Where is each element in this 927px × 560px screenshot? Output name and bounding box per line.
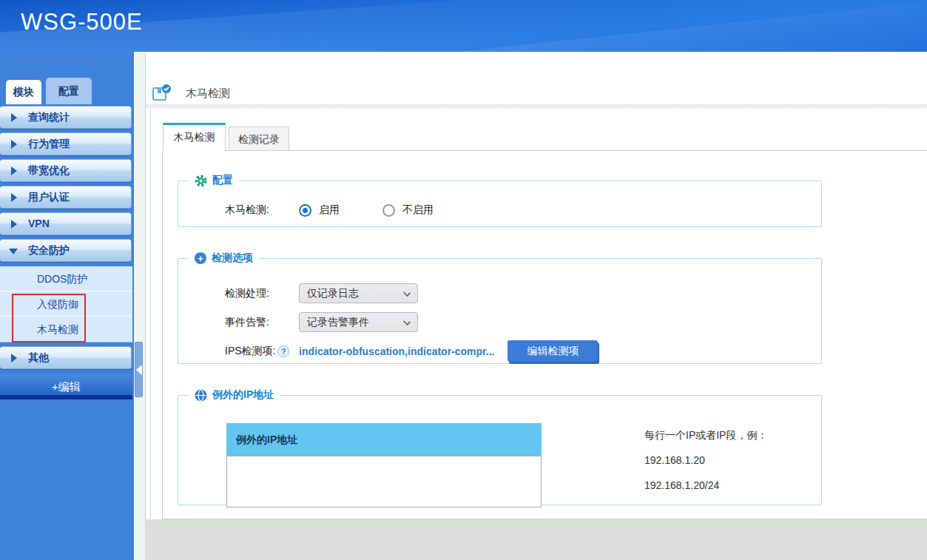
trojan-detect-field-label: 木马检测: [178,203,299,217]
sidebar-gutter [134,52,146,560]
trojan-detect-radio-group: 启用 不启用 [299,203,469,217]
exception-ip-textarea[interactable] [226,456,542,507]
sidebar-item-vpn[interactable]: VPN [0,212,132,235]
section-title: 例外的IP地址 [212,388,274,402]
section-title: 检测选项 [212,252,253,265]
sidebar-item-bandwidth-opt[interactable]: 带宽优化 [0,159,132,182]
chevron-down-icon [9,249,18,254]
section-title: 配置 [212,174,233,187]
exception-ip-table-header: 例外的IP地址 [226,423,542,456]
chevron-right-icon [11,220,17,229]
main-content: 木马检测 木马检测 检测记录 配置 [146,52,927,560]
radio-disable[interactable] [382,204,395,217]
sidebar-tab-modules[interactable]: 模块 [6,80,41,104]
collapse-left-icon [136,365,142,375]
sidebar-item-label: 安全防护 [28,244,70,256]
sidebar: 模块 配置 查询统计 行为管理 带宽优化 用户认证 VPN 安全防护 DDOS防… [0,52,134,560]
sidebar-item-user-auth[interactable]: 用户认证 [0,186,132,209]
sidebar-edit-button[interactable]: +编辑 [0,374,132,399]
footer-strip [145,519,927,560]
hint-line: 192.168.1.20 [644,453,767,468]
chevron-right-icon [11,113,17,122]
app-window: WSG-500E 模块 配置 查询统计 行为管理 带宽优化 用户认证 VPN 安… [0,0,927,560]
process-select-value: 仅记录日志 [307,287,359,300]
hint-line: 192.168.1.20/24 [644,479,767,493]
security-submenu: DDOS防护 入侵防御 木马检测 [0,266,132,343]
sidebar-item-label: 带宽优化 [28,164,70,176]
tab-detection-records[interactable]: 检测记录 [229,126,289,151]
help-icon[interactable]: ? [277,345,289,357]
tab-body: 配置 木马检测: 启用 不启用 + [162,150,927,519]
sidebar-item-security[interactable]: 安全防护 [0,239,132,262]
chevron-right-icon [11,193,17,202]
sidebar-tab-config[interactable]: 配置 [46,78,92,104]
section-config: 配置 木马检测: 启用 不启用 [178,174,822,227]
submenu-item-ddos[interactable]: DDOS防护 [0,266,132,291]
submenu-item-intrusion[interactable]: 入侵防御 [0,291,132,317]
tab-trojan-detection[interactable]: 木马检测 [163,123,226,151]
alert-field-label: 事件告警: [178,316,299,329]
chevron-right-icon [11,140,17,149]
breadcrumb: 木马检测 [152,83,230,104]
chevron-right-icon [11,354,17,362]
submenu-item-trojan[interactable]: 木马检测 [0,317,132,342]
radio-enable[interactable] [299,204,311,217]
globe-icon [195,389,207,402]
alert-select[interactable]: 记录告警事件 [299,312,418,332]
process-field-label: 检测处理: [178,287,299,300]
sidebar-item-label: 行为管理 [28,138,70,149]
sidebar-item-label: 查询统计 [28,111,70,123]
section-detection-options: + 检测选项 检测处理: 仅记录日志 事件告警: 记录告警事件 [178,252,822,364]
ips-field-label: IPS检测项: ? [178,345,299,358]
sidebar-item-query-stats[interactable]: 查询统计 [0,106,132,129]
app-title: WSG-500E [21,9,143,36]
sidebar-item-label: 其他 [28,351,49,363]
app-header: WSG-500E [0,0,927,52]
content-panel: 木马检测 检测记录 配置 木马检测: [150,109,927,519]
section-exception-ips: 例外的IP地址 例外的IP地址 每行一个IP或者IP段，例： 192.168.1… [178,388,822,505]
sidebar-item-other[interactable]: 其他 [0,346,132,369]
sidebar-item-label: VPN [28,217,50,229]
exception-ip-hints: 每行一个IP或者IP段，例： 192.168.1.20 192.168.1.20… [644,428,767,504]
chevron-right-icon [11,166,17,175]
radio-enable-label[interactable]: 启用 [319,203,340,217]
gear-icon [195,175,207,187]
edit-detection-items-button[interactable]: 编辑检测项 [508,340,598,362]
section-config-legend: 配置 [189,174,239,187]
ips-items-link[interactable]: indicator-obfuscation,indicator-compr... [299,345,494,357]
ips-field-label-text: IPS检测项: [225,345,275,358]
trojan-detection-page-icon [152,83,172,104]
section-options-legend: + 检测选项 [189,252,259,265]
hint-line: 每行一个IP或者IP段，例： [644,428,767,442]
sidebar-collapse-handle[interactable] [135,342,143,397]
section-exceptions-legend: 例外的IP地址 [189,388,280,402]
chevron-down-icon [403,318,411,325]
radio-disable-label[interactable]: 不启用 [402,203,434,217]
process-select[interactable]: 仅记录日志 [299,283,418,303]
sidebar-item-behavior-mgmt[interactable]: 行为管理 [0,132,132,155]
page-title: 木马检测 [186,87,230,101]
plus-shield-icon: + [195,252,206,264]
alert-select-value: 记录告警事件 [307,316,369,329]
chevron-down-icon [403,289,411,297]
sidebar-item-label: 用户认证 [28,191,70,203]
